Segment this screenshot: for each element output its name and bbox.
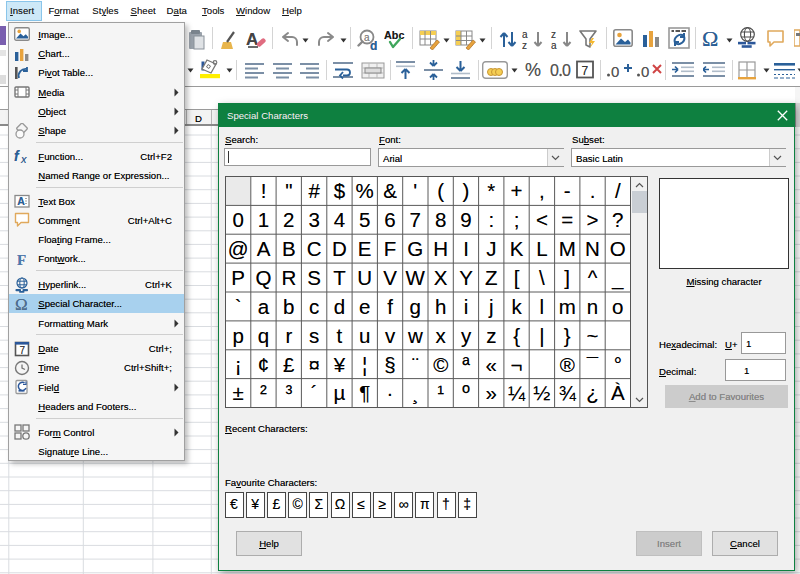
svg-text:<: < bbox=[536, 208, 548, 231]
svg-text:¨: ¨ bbox=[412, 353, 419, 376]
svg-text:z: z bbox=[522, 40, 527, 50]
svg-text:Ω: Ω bbox=[702, 27, 718, 49]
svg-text:R: R bbox=[281, 266, 296, 289]
svg-text:I: I bbox=[463, 237, 469, 260]
svg-text:·: · bbox=[387, 381, 394, 404]
svg-text:3: 3 bbox=[308, 208, 319, 231]
svg-text:G: G bbox=[407, 237, 423, 260]
svg-text:z: z bbox=[486, 324, 496, 347]
svg-text:¢: ¢ bbox=[258, 353, 269, 376]
svg-text:-: - bbox=[564, 179, 571, 202]
svg-text:w: w bbox=[407, 324, 423, 347]
svg-text:¶: ¶ bbox=[359, 381, 370, 404]
svg-text:4: 4 bbox=[334, 208, 345, 231]
svg-text:J: J bbox=[486, 237, 496, 260]
svg-text:¸: ¸ bbox=[412, 381, 419, 404]
svg-text:': ' bbox=[413, 179, 417, 202]
svg-text:9: 9 bbox=[460, 208, 471, 231]
svg-text:µ: µ bbox=[333, 381, 345, 404]
svg-text:5: 5 bbox=[359, 208, 370, 231]
svg-text:C: C bbox=[307, 237, 322, 260]
svg-text:.: . bbox=[590, 179, 596, 202]
svg-text:°: ° bbox=[614, 353, 622, 376]
svg-text:0: 0 bbox=[232, 208, 243, 231]
svg-text:ª: ª bbox=[462, 353, 470, 376]
svg-text:0: 0 bbox=[550, 62, 559, 79]
svg-text:*: * bbox=[487, 179, 495, 202]
svg-text:T: T bbox=[333, 266, 346, 289]
svg-text:0: 0 bbox=[641, 63, 649, 80]
svg-text:6: 6 bbox=[384, 208, 395, 231]
svg-text:q: q bbox=[258, 324, 269, 347]
svg-text:¥: ¥ bbox=[333, 353, 346, 376]
svg-text:»: » bbox=[486, 381, 497, 404]
svg-text:²: ² bbox=[260, 381, 267, 404]
svg-text:O: O bbox=[610, 237, 626, 260]
svg-text:$: $ bbox=[334, 179, 346, 202]
svg-text:H: H bbox=[433, 237, 448, 260]
svg-text:`: ` bbox=[235, 295, 242, 318]
svg-text:@: @ bbox=[228, 237, 249, 260]
svg-text:¾: ¾ bbox=[559, 381, 577, 404]
svg-text:A: A bbox=[17, 195, 25, 207]
svg-text:t: t bbox=[337, 324, 343, 347]
svg-text:u: u bbox=[359, 324, 370, 347]
svg-text:d: d bbox=[334, 295, 345, 318]
svg-text:+: + bbox=[511, 179, 523, 202]
svg-text:_: _ bbox=[611, 266, 624, 290]
svg-text:%: % bbox=[356, 179, 374, 202]
svg-text:a: a bbox=[258, 295, 270, 318]
svg-text:\: \ bbox=[539, 266, 545, 289]
svg-text:a: a bbox=[522, 29, 528, 40]
svg-text:>: > bbox=[587, 208, 599, 231]
svg-text:,: , bbox=[539, 179, 545, 202]
svg-text:[: [ bbox=[514, 266, 520, 289]
svg-text:": " bbox=[285, 179, 292, 202]
svg-text:a: a bbox=[551, 40, 557, 50]
svg-text:{: { bbox=[513, 324, 520, 347]
svg-text:c: c bbox=[309, 295, 319, 318]
svg-text:h: h bbox=[435, 295, 446, 318]
svg-text:E: E bbox=[358, 237, 372, 260]
svg-text:e: e bbox=[359, 295, 370, 318]
svg-text:(: ( bbox=[437, 179, 444, 202]
svg-text:V: V bbox=[383, 266, 397, 289]
svg-text:¤: ¤ bbox=[308, 353, 319, 376]
svg-text::: : bbox=[488, 208, 494, 231]
svg-text:l: l bbox=[540, 295, 545, 318]
svg-text:M: M bbox=[559, 237, 576, 260]
svg-text:d: d bbox=[370, 39, 377, 52]
svg-text:¦: ¦ bbox=[362, 353, 367, 376]
svg-text:A: A bbox=[246, 30, 258, 49]
svg-text:Y: Y bbox=[459, 266, 473, 289]
svg-text:D: D bbox=[332, 237, 347, 260]
svg-text:~: ~ bbox=[587, 324, 599, 347]
svg-text:%: % bbox=[525, 60, 541, 80]
svg-text:i: i bbox=[464, 295, 469, 318]
svg-text:Q: Q bbox=[256, 266, 272, 289]
svg-text:&: & bbox=[383, 179, 397, 202]
svg-text:|: | bbox=[539, 324, 544, 347]
svg-text:0: 0 bbox=[611, 63, 619, 80]
svg-text:g: g bbox=[410, 295, 421, 318]
svg-text:S: S bbox=[307, 266, 321, 289]
svg-text:2: 2 bbox=[283, 208, 294, 231]
svg-text:§: § bbox=[384, 353, 395, 376]
svg-text:´: ´ bbox=[311, 381, 318, 404]
svg-text:!: ! bbox=[261, 179, 267, 202]
svg-text:±: ± bbox=[233, 381, 244, 404]
svg-text:=: = bbox=[561, 208, 573, 231]
svg-text:#: # bbox=[308, 179, 320, 202]
svg-text:m: m bbox=[559, 295, 576, 318]
svg-text:y: y bbox=[461, 324, 472, 347]
svg-text:r: r bbox=[285, 324, 292, 347]
svg-text:½: ½ bbox=[533, 381, 550, 404]
svg-text:j: j bbox=[488, 295, 494, 318]
svg-text:F: F bbox=[384, 237, 397, 260]
svg-text:B: B bbox=[282, 237, 296, 260]
svg-text:U: U bbox=[357, 266, 372, 289]
svg-text:0: 0 bbox=[562, 62, 571, 79]
svg-text:X: X bbox=[434, 266, 448, 289]
svg-text:º: º bbox=[462, 381, 470, 404]
svg-text:¿: ¿ bbox=[586, 381, 599, 404]
